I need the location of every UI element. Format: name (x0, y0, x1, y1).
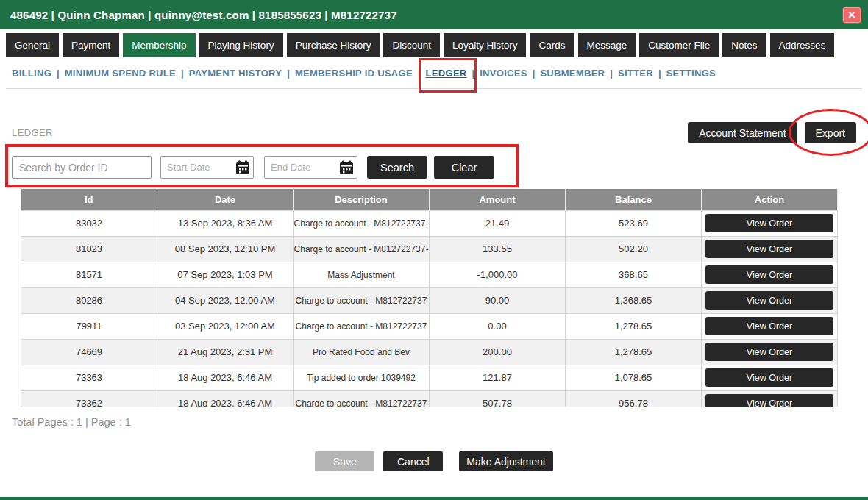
cell-id: 83032 (21, 210, 157, 236)
cell-description: Charge to account - M812722737 (294, 288, 430, 313)
cancel-button[interactable]: Cancel (383, 451, 443, 471)
view-order-button[interactable]: View Order (705, 394, 833, 407)
subnav-item-billing[interactable]: BILLING (12, 68, 51, 79)
calendar-icon[interactable] (235, 160, 251, 176)
cell-date: 18 Aug 2023, 6:46 AM (157, 365, 294, 390)
subnav-item-settings[interactable]: SETTINGS (666, 68, 716, 79)
export-button[interactable]: Export (805, 122, 856, 143)
cell-description: Pro Rated Food and Bev (294, 339, 430, 365)
footer-buttons: Save Cancel Make Adjustment (0, 451, 868, 471)
cell-date: 18 Aug 2023, 6:46 AM (157, 390, 294, 407)
ledger-row: 7336218 Aug 2023, 6:46 AMCharge to accou… (21, 390, 838, 407)
cell-amount: -1,000.00 (430, 262, 566, 288)
pagination-info: Total Pages : 1 | Page : 1 (12, 416, 868, 428)
tab-playing-history[interactable]: Playing History (199, 33, 283, 57)
titlebar: 486492 | Quinn Chapman | quinny@test.com… (0, 0, 868, 29)
cell-balance: 1,278.65 (566, 339, 702, 365)
subnav-separator: | (610, 68, 613, 79)
order-id-search-input[interactable] (12, 156, 152, 179)
cell-date: 21 Aug 2023, 2:31 PM (157, 339, 294, 365)
view-order-button[interactable]: View Order (705, 214, 833, 232)
cell-id: 81571 (21, 262, 157, 288)
cell-balance: 523.69 (566, 210, 702, 236)
ledger-header-buttons: Account Statement Export (688, 122, 856, 143)
tab-notes[interactable]: Notes (722, 33, 766, 57)
make-adjustment-button[interactable]: Make Adjustment (459, 451, 552, 471)
column-header-balance: Balance (566, 189, 702, 210)
cell-id: 80286 (21, 288, 157, 313)
subnav-item-ledger[interactable]: LEDGER (426, 68, 467, 79)
cell-action: View Order (702, 313, 838, 339)
cell-balance: 368.65 (566, 262, 702, 288)
cell-id: 73362 (21, 390, 157, 407)
column-header-action: Action (702, 189, 838, 210)
subnav-separator: | (658, 68, 661, 79)
cell-amount: 21.49 (430, 210, 566, 236)
cell-date: 04 Sep 2023, 12:00 AM (157, 288, 294, 313)
subnav-divider (6, 88, 862, 89)
tab-addresses[interactable]: Addresses (770, 33, 835, 57)
column-header-amount: Amount (430, 189, 566, 210)
tab-purchase-history[interactable]: Purchase History (287, 33, 380, 57)
end-date-field[interactable]: End Date (264, 156, 357, 179)
view-order-button[interactable]: View Order (705, 317, 833, 335)
cell-description: Charge to account - M812722737- (294, 210, 430, 236)
cell-action: View Order (702, 236, 838, 262)
tab-customer-file[interactable]: Customer File (639, 33, 719, 57)
ledger-table: IdDateDescriptionAmountBalanceAction 830… (21, 189, 838, 407)
calendar-icon[interactable] (338, 160, 355, 176)
view-order-button[interactable]: View Order (705, 368, 833, 387)
start-date-field[interactable]: Start Date (160, 156, 254, 179)
cell-amount: 507.78 (430, 390, 566, 407)
account-statement-button[interactable]: Account Statement (688, 122, 797, 143)
view-order-button[interactable]: View Order (705, 291, 833, 310)
column-header-description: Description (294, 189, 430, 210)
tab-loyalty-history[interactable]: Loyalty History (444, 33, 527, 57)
view-order-button[interactable]: View Order (705, 343, 833, 361)
tab-membership[interactable]: Membership (123, 33, 195, 57)
cell-action: View Order (702, 339, 838, 365)
column-header-id: Id (21, 189, 157, 210)
cell-balance: 1,078.65 (566, 365, 702, 390)
clear-button[interactable]: Clear (434, 156, 494, 179)
cell-date: 07 Sep 2023, 1:03 PM (157, 262, 294, 288)
ledger-row: 8182308 Sep 2023, 12:10 PMCharge to acco… (21, 236, 838, 262)
cell-balance: 502.20 (566, 236, 702, 262)
cell-description: Charge to account - M812722737- (294, 236, 430, 262)
section-title: LEDGER (12, 127, 53, 138)
cell-amount: 0.00 (430, 313, 566, 339)
cell-date: 03 Sep 2023, 12:00 AM (157, 313, 294, 339)
tab-bar: GeneralPaymentMembershipPlaying HistoryP… (0, 29, 868, 57)
subnav-item-membership-id-usage[interactable]: MEMBERSHIP ID USAGE (295, 68, 413, 79)
window-title: 486492 | Quinn Chapman | quinny@test.com… (10, 9, 397, 21)
ledger-row: 8028604 Sep 2023, 12:00 AMCharge to acco… (21, 288, 838, 313)
cell-amount: 200.00 (430, 339, 566, 365)
search-button[interactable]: Search (367, 156, 427, 179)
tab-message[interactable]: Message (578, 33, 636, 57)
subnav-item-invoices[interactable]: INVOICES (480, 68, 527, 79)
ledger-row: 8303213 Sep 2023, 8:36 AMCharge to accou… (21, 210, 838, 236)
subnav-item-payment-history[interactable]: PAYMENT HISTORY (189, 68, 282, 79)
tab-payment[interactable]: Payment (63, 33, 119, 57)
save-button[interactable]: Save (315, 451, 374, 471)
tab-cards[interactable]: Cards (530, 33, 574, 57)
tab-discount[interactable]: Discount (383, 33, 440, 57)
subnav-item-minimum-spend-rule[interactable]: MINIMUM SPEND RULE (65, 68, 176, 79)
subnav-item-sitter[interactable]: SITTER (618, 68, 653, 79)
subnav-separator: | (472, 68, 475, 79)
tab-general[interactable]: General (6, 33, 59, 57)
view-order-button[interactable]: View Order (705, 265, 833, 284)
subnav-item-submember[interactable]: SUBMEMBER (540, 68, 605, 79)
membership-subnav: BILLING|MINIMUM SPEND RULE|PAYMENT HISTO… (12, 68, 868, 79)
bottom-green-strip (0, 497, 868, 500)
cell-description: Tip added to order 1039492 (294, 365, 430, 390)
cell-id: 74669 (21, 339, 157, 365)
view-order-button[interactable]: View Order (705, 240, 833, 258)
close-button[interactable]: ✕ (842, 7, 861, 24)
cell-id: 79911 (21, 313, 157, 339)
cell-balance: 956.78 (566, 390, 702, 407)
cell-amount: 133.55 (430, 236, 566, 262)
ledger-table-container: IdDateDescriptionAmountBalanceAction 830… (21, 189, 838, 407)
annotation-box-ledger (419, 58, 477, 93)
column-header-date: Date (157, 189, 294, 210)
